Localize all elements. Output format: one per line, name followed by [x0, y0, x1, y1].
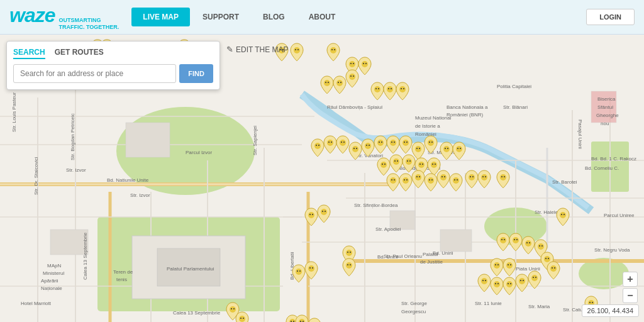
svg-text:Muzeul National: Muzeul National: [415, 115, 452, 121]
svg-text:Biserica: Biserica: [597, 96, 616, 102]
svg-text:Str. Apodiei: Str. Apodiei: [375, 226, 401, 232]
logo-text: waze: [9, 4, 55, 27]
svg-text:Gheorghe: Gheorghe: [596, 113, 619, 118]
svg-text:Str. Vânatori: Str. Vânatori: [355, 153, 383, 158]
map-container[interactable]: Bd. Natiunile Unite Bd. Unirii Str. Sapi…: [0, 35, 644, 322]
svg-text:Str. Paul Orleanu: Str. Paul Orleanu: [384, 253, 422, 259]
svg-text:Râul Dâmbovița - Splaiul: Râul Dâmbovița - Splaiul: [327, 104, 382, 110]
search-tabs: SEARCH GET ROUTES: [13, 48, 213, 59]
svg-text:de Justitie: de Justitie: [420, 259, 443, 265]
header: waze OUTSMARTING TRAFFIC. TOGETHER. LIVE…: [0, 0, 644, 35]
zoom-out-button[interactable]: −: [623, 288, 638, 303]
svg-text:Ministerul: Ministerul: [43, 270, 64, 276]
svg-text:Bd. Libertatii: Bd. Libertatii: [289, 252, 295, 280]
svg-text:Str. 11 Iunie: Str. 11 Iunie: [475, 301, 502, 306]
nav-live-map[interactable]: LIVE MAP: [131, 8, 190, 26]
find-button[interactable]: FIND: [179, 64, 213, 83]
svg-rect-33: [126, 123, 170, 157]
tab-search[interactable]: SEARCH: [13, 48, 45, 59]
zoom-controls: + −: [623, 272, 638, 303]
svg-text:Str. Izvor: Str. Izvor: [130, 192, 150, 198]
svg-text:tenis: tenis: [116, 277, 127, 282]
svg-text:Piata Unirii: Piata Unirii: [516, 266, 540, 272]
pencil-icon: ✎: [226, 45, 233, 54]
svg-text:Bd. Corneliu C.: Bd. Corneliu C.: [585, 165, 619, 171]
nav-about[interactable]: ABOUT: [297, 8, 347, 26]
search-row: FIND: [13, 64, 213, 83]
svg-text:nou: nou: [601, 121, 609, 126]
svg-text:Bd. Natiunile Unite: Bd. Natiunile Unite: [107, 177, 149, 183]
svg-text:Bd. Independentei: Bd. Independentei: [399, 165, 440, 171]
coordinates-display: 26.100, 44.434: [582, 304, 639, 317]
svg-text:Str. Bogdan Petriceic: Str. Bogdan Petriceic: [70, 113, 75, 160]
login-button[interactable]: LOGIN: [586, 9, 635, 25]
svg-text:României: României: [415, 131, 436, 137]
svg-text:Apărării: Apărării: [41, 278, 58, 284]
svg-text:Str. Blânari: Str. Blânari: [503, 104, 528, 110]
svg-text:Str. Izvor: Str. Izvor: [66, 167, 86, 173]
edit-map-link[interactable]: ✎ EDIT THE MAP: [226, 45, 289, 54]
svg-text:Palatul Parlamentului: Palatul Parlamentului: [167, 266, 214, 272]
svg-text:Str. Dr. Luca: Str. Dr. Luca: [0, 211, 1, 239]
svg-text:Calea 13 Septembrie: Calea 13 Septembrie: [173, 310, 221, 316]
svg-text:Str. Sapienjei: Str. Sapienjei: [252, 126, 258, 155]
nav-support[interactable]: SUPPORT: [191, 8, 250, 26]
svg-text:Calea 13 Septembrie: Calea 13 Septembrie: [82, 232, 88, 280]
svg-text:Bd. Bd. 1 C. Rakocz: Bd. Bd. 1 C. Rakocz: [591, 156, 636, 162]
svg-text:României (BNR): României (BNR): [447, 112, 484, 118]
svg-text:Str. George: Str. George: [401, 301, 427, 306]
svg-text:Str. Maria: Str. Maria: [528, 304, 550, 309]
svg-rect-34: [440, 230, 472, 252]
svg-text:Parcul Uniree: Parcul Uniree: [604, 213, 635, 218]
edit-map-label: EDIT THE MAP: [236, 45, 289, 54]
zoom-in-button[interactable]: +: [623, 272, 638, 287]
nav-blog[interactable]: BLOG: [252, 8, 296, 26]
svg-text:Teren de: Teren de: [113, 269, 133, 275]
tab-get-routes[interactable]: GET ROUTES: [55, 48, 104, 59]
search-input[interactable]: [13, 64, 176, 83]
svg-text:Str. Haleler: Str. Haleler: [535, 209, 560, 215]
logo-tagline: OUTSMARTING TRAFFIC. TOGETHER.: [58, 17, 119, 31]
navigation: LIVE MAP SUPPORT BLOG ABOUT: [131, 8, 347, 26]
svg-text:Str. Mihai Voda: Str. Mihai Voda: [428, 150, 462, 155]
svg-text:Str. Sfinților-Bordea: Str. Sfinților-Bordea: [354, 203, 398, 208]
svg-text:Sfântul: Sfântul: [597, 104, 613, 110]
svg-text:de Istorie a: de Istorie a: [415, 123, 440, 129]
svg-text:Pasajul Unirii: Pasajul Unirii: [577, 119, 583, 149]
search-panel: SEARCH GET ROUTES FIND: [6, 41, 220, 90]
svg-text:Str. Barotei: Str. Barotei: [552, 179, 577, 185]
svg-text:Banca Nationala a: Banca Nationala a: [447, 104, 488, 110]
svg-text:Politia Capitalei: Politia Capitalei: [497, 84, 531, 89]
svg-text:Parcul Izvor: Parcul Izvor: [186, 150, 213, 155]
logo-area: waze OUTSMARTING TRAFFIC. TOGETHER.: [9, 4, 119, 31]
svg-text:Str. Louis Pasteur: Str. Louis Pasteur: [11, 92, 17, 132]
svg-text:MApN: MApN: [47, 263, 61, 269]
svg-text:Palatul: Palatul: [423, 252, 438, 257]
svg-text:Georgescu: Georgescu: [401, 309, 426, 314]
svg-text:Str. Negru Voda: Str. Negru Voda: [594, 247, 630, 253]
svg-text:Naționale: Naționale: [41, 286, 62, 291]
svg-text:Str. Dr. Staicovici: Str. Dr. Staicovici: [33, 157, 39, 195]
svg-text:Hotel Marriott: Hotel Marriott: [21, 301, 52, 306]
